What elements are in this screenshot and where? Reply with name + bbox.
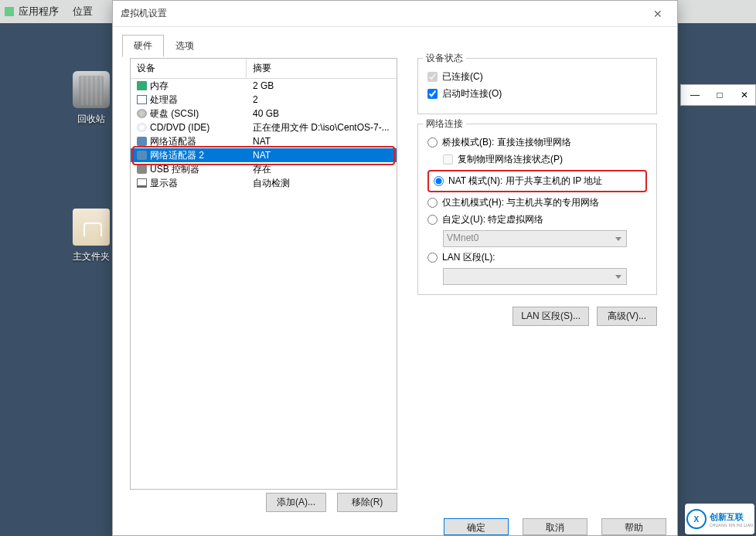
nat-radio-row[interactable]: NAT 模式(N): 用于共享主机的 IP 地址 [434,175,641,188]
device-status-group: 设备状态 已连接(C) 启动时连接(O) [417,58,657,114]
connected-checkbox-row[interactable]: 已连接(C) [427,70,647,83]
memory-icon [137,81,147,90]
custom-radio-row[interactable]: 自定义(U): 特定虚拟网络 [427,213,647,226]
device-list-header: 设备 摘要 [131,59,397,79]
folder-icon [73,209,110,246]
bridge-label: 桥接模式(B): 直接连接物理网络 [442,136,571,149]
home-label: 主文件夹 [68,250,114,263]
device-name: 显示器 [150,177,178,190]
device-settings-pane: 设备状态 已连接(C) 启动时连接(O) 网络连接 桥接模式(B): 直接连接物… [417,58,657,304]
advanced-button[interactable]: 高级(V)... [597,307,657,326]
desktop-trash-icon[interactable]: 回收站 [68,71,114,126]
device-row-net1[interactable]: 网络适配器 NAT [131,134,397,148]
lan-segments-button[interactable]: LAN 区段(S)... [513,307,589,326]
hostonly-radio[interactable] [427,198,438,208]
device-summary: 正在使用文件 D:\iso\CentOS-7-... [247,121,397,134]
trash-icon [73,71,110,108]
lanseg-radio[interactable] [427,253,438,263]
device-name: CD/DVD (IDE) [150,122,209,133]
cd-icon [137,123,147,132]
dialog-close-button[interactable]: ✕ [646,5,669,23]
device-row-cddvd[interactable]: CD/DVD (IDE) 正在使用文件 D:\iso\CentOS-7-... [131,120,397,134]
bridge-radio[interactable] [427,137,438,148]
device-row-disk[interactable]: 硬盘 (SCSI) 40 GB [131,107,397,120]
lanseg-radio-row[interactable]: LAN 区段(L): [427,251,647,264]
device-name: 内存 [150,80,169,93]
svg-rect-0 [5,7,14,16]
bg-close-button[interactable]: ✕ [738,89,751,101]
device-name: USB 控制器 [150,163,199,176]
status-legend: 设备状态 [423,52,466,65]
device-list-pane: 设备 摘要 内存 2 GB 处理器 2 硬盘 (SCSI) 40 GB CD/D… [130,58,397,490]
tab-hardware[interactable]: 硬件 [122,35,164,57]
device-summary: 2 GB [247,80,397,91]
remove-device-button[interactable]: 移除(R) [337,493,397,512]
dialog-action-buttons: 确定 取消 帮助 [444,518,666,535]
lanseg-select[interactable] [443,268,627,285]
device-name: 网络适配器 [150,135,196,148]
device-name: 处理器 [150,93,178,107]
custom-label: 自定义(U): 特定虚拟网络 [442,213,543,226]
device-summary: 自动检测 [247,177,397,190]
menu-places[interactable]: 位置 [73,5,93,19]
connect-on-start-label: 启动时连接(O) [442,87,502,100]
col-summary[interactable]: 摘要 [247,59,397,78]
net-legend: 网络连接 [423,117,466,131]
device-row-memory[interactable]: 内存 2 GB [131,79,397,93]
connect-on-start-checkbox[interactable] [427,89,438,99]
network-icon [137,137,147,146]
replicate-label: 复制物理网络连接状态(P) [458,153,563,166]
vm-settings-dialog: 虚拟机设置 ✕ 硬件 选项 设备 摘要 内存 2 GB 处理器 2 硬盘 (SC… [112,0,678,536]
vmnet-select[interactable]: VMnet0 [443,230,627,247]
watermark-brand: 创新互联 [710,511,753,523]
device-summary: 40 GB [247,108,397,119]
hostonly-radio-row[interactable]: 仅主机模式(H): 与主机共享的专用网络 [427,196,647,209]
display-icon [137,178,147,188]
device-summary: 2 [247,94,397,105]
watermark-icon: X [686,509,707,529]
device-summary: NAT [247,150,397,161]
net-extra-buttons: LAN 区段(S)... 高级(V)... [417,307,657,326]
dialog-titlebar[interactable]: 虚拟机设置 ✕ [113,1,677,27]
help-button[interactable]: 帮助 [601,518,666,535]
dialog-tabs: 硬件 选项 [122,35,677,57]
lanseg-label: LAN 区段(L): [442,251,495,264]
highlight-box-nat: NAT 模式(N): 用于共享主机的 IP 地址 [427,170,647,192]
network-connection-group: 网络连接 桥接模式(B): 直接连接物理网络 复制物理网络连接状态(P) NAT… [417,124,657,295]
ok-button[interactable]: 确定 [444,518,509,535]
add-device-button[interactable]: 添加(A)... [266,493,326,512]
device-summary: NAT [247,136,397,147]
connected-label: 已连接(C) [442,70,483,83]
activities-icon [5,7,14,16]
disk-icon [137,109,147,118]
bg-max-button[interactable]: □ [713,89,726,101]
dialog-title: 虚拟机设置 [121,7,167,20]
cpu-icon [137,95,147,104]
cancel-button[interactable]: 取消 [523,518,587,535]
usb-icon [137,165,147,174]
device-add-remove: 添加(A)... 移除(R) [130,493,397,512]
custom-radio[interactable] [427,215,438,225]
connected-checkbox[interactable] [427,72,438,82]
device-row-processor[interactable]: 处理器 2 [131,93,397,107]
watermark-sub: CHUANG XIN HU LIAN [710,523,753,528]
menu-apps[interactable]: 应用程序 [19,5,59,19]
device-name: 网络适配器 2 [150,149,204,162]
desktop-home-icon[interactable]: 主文件夹 [68,209,114,263]
hostonly-label: 仅主机模式(H): 与主机共享的专用网络 [442,196,599,209]
replicate-checkbox [443,154,453,165]
device-row-net2[interactable]: 网络适配器 2 NAT [131,148,397,162]
trash-label: 回收站 [68,113,114,126]
bridge-radio-row[interactable]: 桥接模式(B): 直接连接物理网络 [427,136,647,149]
device-row-usb[interactable]: USB 控制器 存在 [131,162,397,176]
nat-radio[interactable] [434,176,444,186]
device-name: 硬盘 (SCSI) [150,107,199,120]
network-icon [137,151,147,160]
col-device[interactable]: 设备 [131,59,247,78]
bg-min-button[interactable]: — [689,89,701,101]
watermark-badge: X 创新互联 CHUANG XIN HU LIAN [685,504,754,534]
device-row-display[interactable]: 显示器 自动检测 [131,176,397,190]
connect-on-start-row[interactable]: 启动时连接(O) [427,87,647,100]
tab-options[interactable]: 选项 [164,35,206,57]
nat-label: NAT 模式(N): 用于共享主机的 IP 地址 [448,175,602,188]
